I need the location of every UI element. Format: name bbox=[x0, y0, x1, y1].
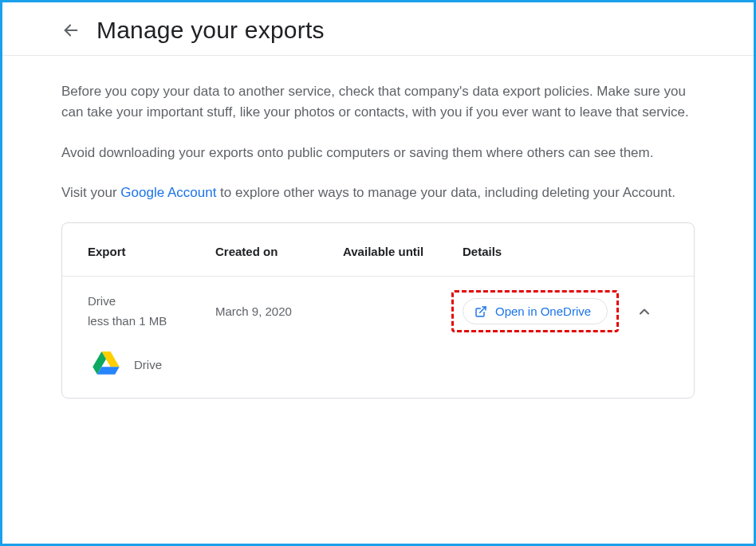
product-name: Drive bbox=[134, 358, 162, 371]
content-area: Before you copy your data to another ser… bbox=[2, 56, 754, 399]
export-size: less than 1 MB bbox=[88, 312, 215, 329]
svg-line-1 bbox=[480, 307, 486, 312]
export-cell: Drive less than 1 MB bbox=[88, 294, 215, 329]
intro-p3-pre: Visit your bbox=[61, 185, 120, 200]
col-created-on: Created on bbox=[215, 244, 343, 260]
col-details: Details bbox=[463, 244, 620, 260]
details-cell: Open in OneDrive bbox=[463, 298, 620, 324]
intro-paragraph-1: Before you copy your data to another ser… bbox=[61, 81, 695, 124]
export-detail-row: Drive bbox=[62, 347, 694, 398]
page-title: Manage your exports bbox=[96, 17, 325, 44]
table-header: Export Created on Available until Detail… bbox=[62, 223, 694, 277]
intro-paragraph-3: Visit your Google Account to explore oth… bbox=[61, 183, 695, 203]
page-header: Manage your exports bbox=[2, 2, 754, 56]
col-export: Export bbox=[88, 244, 215, 260]
export-name: Drive bbox=[88, 294, 215, 308]
back-arrow-icon[interactable] bbox=[61, 21, 81, 40]
open-button-label: Open in OneDrive bbox=[495, 304, 591, 318]
intro-p3-post: to explore other ways to manage your dat… bbox=[216, 185, 675, 200]
exports-card: Export Created on Available until Detail… bbox=[61, 222, 695, 399]
google-drive-icon bbox=[93, 352, 120, 379]
open-in-onedrive-button[interactable]: Open in OneDrive bbox=[463, 298, 608, 324]
chevron-up-icon bbox=[636, 304, 652, 320]
open-button-highlight-wrapper: Open in OneDrive bbox=[463, 298, 608, 324]
created-on-cell: March 9, 2020 bbox=[215, 303, 343, 320]
external-link-icon bbox=[474, 305, 487, 318]
google-account-link[interactable]: Google Account bbox=[120, 185, 216, 200]
collapse-toggle[interactable] bbox=[620, 304, 668, 320]
table-row: Drive less than 1 MB March 9, 2020 Open … bbox=[62, 277, 694, 347]
intro-paragraph-2: Avoid downloading your exports onto publ… bbox=[61, 143, 695, 163]
col-available-until: Available until bbox=[343, 244, 463, 260]
